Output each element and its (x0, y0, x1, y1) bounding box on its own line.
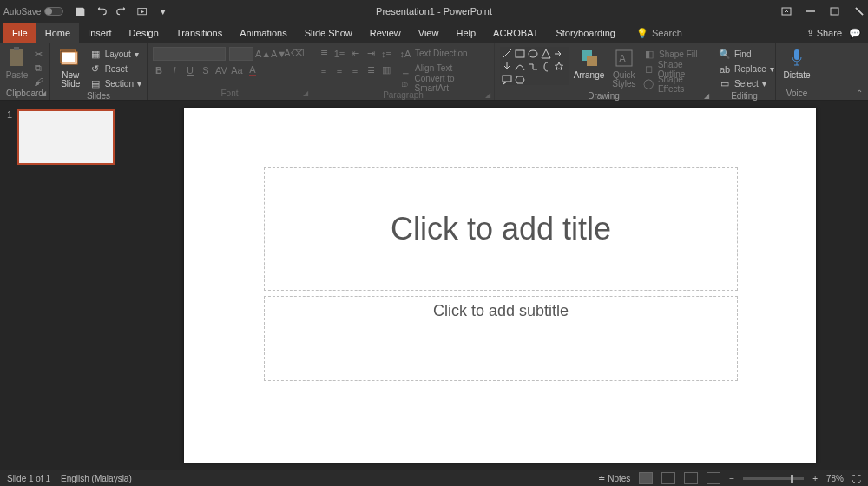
italic-icon[interactable]: I (168, 64, 181, 76)
tab-acrobat[interactable]: ACROBAT (484, 23, 547, 43)
zoom-in-icon[interactable]: + (812, 474, 818, 483)
slide-sorter-view-icon[interactable] (661, 472, 675, 484)
new-slide-button[interactable]: New Slide (56, 47, 86, 89)
dictate-button[interactable]: Dictate (781, 47, 812, 80)
font-size-combo[interactable] (229, 47, 253, 61)
subtitle-placeholder[interactable]: Click to add subtitle (264, 296, 738, 381)
comments-icon[interactable]: 💬 (849, 28, 861, 39)
clear-formatting-icon[interactable]: A⌫ (288, 48, 300, 60)
section-button[interactable]: ▤Section ▾ (89, 77, 141, 90)
shape-effects-button[interactable]: ◯Shape Effects (643, 77, 707, 90)
tab-view[interactable]: View (410, 23, 448, 43)
paragraph-dialog-launcher[interactable]: ◢ (485, 89, 490, 102)
slides-group-label: Slides (87, 91, 110, 101)
line-spacing-icon[interactable]: ↕≡ (380, 48, 392, 60)
normal-view-icon[interactable] (639, 472, 653, 484)
svg-rect-3 (831, 8, 838, 15)
qat-more-icon[interactable]: ▾ (157, 5, 169, 17)
numbering-icon[interactable]: 1≡ (333, 48, 345, 60)
maximize-icon[interactable] (830, 6, 840, 16)
save-icon[interactable] (74, 5, 86, 17)
undo-icon[interactable] (95, 5, 107, 17)
slide-canvas-area[interactable]: Click to add title Click to add subtitle (132, 101, 868, 470)
zoom-level[interactable]: 78% (826, 474, 844, 483)
language-indicator[interactable]: English (Malaysia) (61, 474, 132, 483)
notes-button[interactable]: ≐ Notes (598, 474, 630, 483)
ribbon-display-icon[interactable] (781, 6, 792, 16)
collapse-ribbon-icon[interactable]: ⌃ (856, 89, 863, 98)
bullets-icon[interactable]: ≣ (318, 48, 330, 60)
paste-button[interactable]: Paste (5, 47, 29, 80)
tab-file[interactable]: File (3, 23, 36, 43)
font-dialog-launcher[interactable]: ◢ (303, 88, 308, 100)
title-placeholder[interactable]: Click to add title (264, 167, 738, 291)
bold-icon[interactable]: B (153, 64, 165, 76)
thumbnail-preview[interactable] (17, 109, 115, 165)
workspace: 1 Click to add title Click to add subtit… (0, 101, 868, 470)
increase-font-icon[interactable]: A▲ (257, 48, 269, 60)
tab-help[interactable]: Help (447, 23, 484, 43)
group-slides: New Slide ▦Layout ▾ ↺Reset ▤Section ▾ Sl… (50, 43, 148, 100)
toggle-switch[interactable] (44, 7, 63, 16)
find-icon: 🔍 (719, 49, 731, 61)
slideshow-view-icon[interactable] (707, 472, 720, 484)
find-button[interactable]: 🔍Find (719, 48, 774, 61)
font-color-icon[interactable]: A (247, 64, 259, 76)
shapes-gallery[interactable] (500, 47, 569, 85)
increase-indent-icon[interactable]: ⇥ (365, 48, 377, 60)
fit-to-window-icon[interactable]: ⛶ (852, 474, 861, 483)
tell-me-search[interactable]: 💡 Search (636, 28, 682, 39)
slide-counter[interactable]: Slide 1 of 1 (7, 474, 50, 483)
select-button[interactable]: ▭Select ▾ (719, 77, 774, 90)
zoom-out-icon[interactable]: − (729, 474, 734, 483)
tab-transitions[interactable]: Transitions (168, 23, 231, 43)
slide[interactable]: Click to add title Click to add subtitle (184, 108, 816, 463)
title-placeholder-text: Click to add title (391, 211, 611, 247)
quick-styles-button[interactable]: A Quick Styles (608, 47, 640, 89)
close-icon[interactable] (854, 6, 865, 16)
group-drawing: Arrange A Quick Styles ◧Shape Fill ◻Shap… (495, 43, 713, 100)
decrease-font-icon[interactable]: A▼ (273, 48, 285, 60)
minimize-icon[interactable] (806, 6, 816, 16)
tab-animations[interactable]: Animations (231, 23, 295, 43)
thumbnail-item-1[interactable]: 1 (7, 109, 125, 165)
copy-icon[interactable]: ⧉ (32, 62, 44, 74)
font-group-label: Font (220, 89, 238, 98)
columns-icon[interactable]: ▥ (380, 64, 392, 76)
tab-storyboarding[interactable]: Storyboarding (547, 23, 624, 43)
start-from-beginning-icon[interactable] (136, 5, 148, 17)
format-painter-icon[interactable]: 🖌 (32, 76, 44, 88)
reset-button[interactable]: ↺Reset (89, 62, 141, 76)
reading-view-icon[interactable] (684, 472, 698, 484)
arrange-button[interactable]: Arrange (573, 47, 604, 80)
tab-insert[interactable]: Insert (79, 23, 121, 43)
clipboard-dialog-launcher[interactable]: ◢ (41, 88, 46, 100)
tab-home[interactable]: Home (36, 23, 79, 43)
text-direction-button[interactable]: ↕AText Direction (399, 47, 489, 60)
tab-review[interactable]: Review (361, 23, 410, 43)
select-label: Select (734, 79, 759, 89)
character-spacing-icon[interactable]: Aa (231, 64, 243, 76)
cut-icon[interactable]: ✂ (32, 48, 44, 60)
convert-smartart-button[interactable]: ⎄Convert to SmartArt (399, 76, 489, 89)
layout-button[interactable]: ▦Layout ▾ (89, 48, 141, 61)
font-name-combo[interactable] (153, 47, 226, 61)
tab-design[interactable]: Design (121, 23, 168, 43)
redo-icon[interactable] (115, 5, 128, 17)
autosave-toggle[interactable]: AutoSave (3, 7, 63, 16)
share-button[interactable]: ⇪ Share (806, 28, 842, 39)
decrease-indent-icon[interactable]: ⇤ (349, 48, 361, 60)
zoom-slider[interactable] (743, 477, 804, 480)
justify-icon[interactable]: ≣ (365, 64, 377, 76)
tab-slideshow[interactable]: Slide Show (296, 23, 361, 43)
replace-button[interactable]: abReplace ▾ (719, 62, 774, 76)
underline-icon[interactable]: U (184, 64, 196, 76)
svg-rect-1 (782, 8, 791, 15)
shadow-icon[interactable]: AV (215, 64, 227, 76)
quick-access-toolbar: ▾ (74, 5, 169, 17)
align-center-icon[interactable]: ≡ (333, 64, 345, 76)
align-right-icon[interactable]: ≡ (349, 64, 361, 76)
strikethrough-icon[interactable]: S (200, 64, 212, 76)
slide-thumbnail-pane[interactable]: 1 (0, 101, 132, 470)
align-left-icon[interactable]: ≡ (318, 64, 330, 76)
